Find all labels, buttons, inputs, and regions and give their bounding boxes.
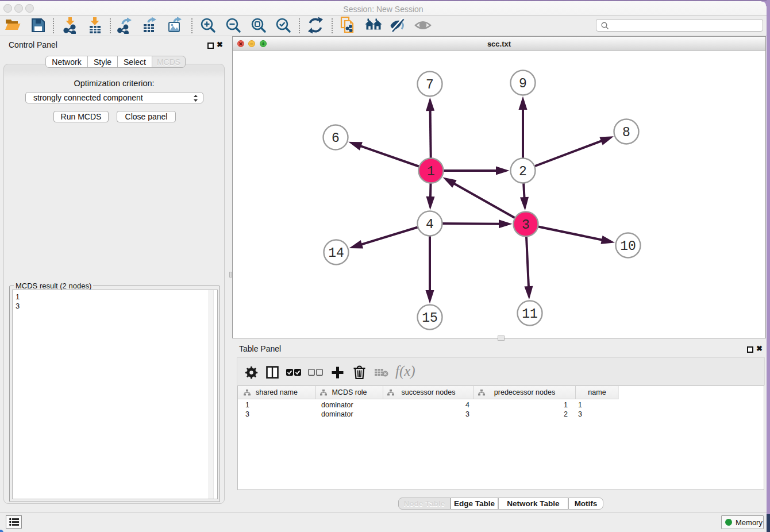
svg-text:9: 9 — [519, 76, 527, 91]
svg-text:6: 6 — [332, 131, 340, 146]
svg-text:3: 3 — [522, 218, 530, 233]
svg-text:10: 10 — [620, 239, 636, 254]
svg-text:7: 7 — [426, 78, 434, 92]
svg-text:11: 11 — [522, 307, 538, 322]
svg-text:8: 8 — [622, 125, 630, 140]
svg-text:1: 1 — [427, 164, 435, 179]
svg-text:14: 14 — [328, 246, 344, 261]
svg-text:15: 15 — [422, 311, 438, 326]
svg-text:4: 4 — [426, 217, 434, 232]
svg-text:2: 2 — [519, 164, 527, 179]
